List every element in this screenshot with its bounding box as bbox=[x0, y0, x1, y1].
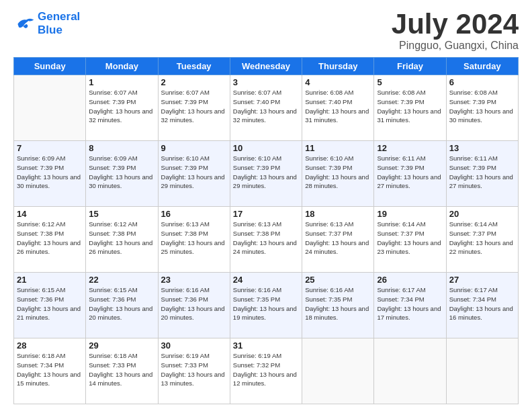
day-number: 11 bbox=[305, 143, 371, 153]
table-row bbox=[14, 75, 86, 141]
table-row: 31Sunrise: 6:19 AMSunset: 7:32 PMDayligh… bbox=[230, 338, 302, 404]
day-info: Sunrise: 6:13 AMSunset: 7:38 PMDaylight:… bbox=[161, 220, 227, 257]
table-row: 7Sunrise: 6:09 AMSunset: 7:39 PMDaylight… bbox=[14, 141, 86, 207]
day-number: 3 bbox=[233, 77, 299, 87]
table-row: 4Sunrise: 6:08 AMSunset: 7:40 PMDaylight… bbox=[302, 75, 374, 141]
table-row: 26Sunrise: 6:17 AMSunset: 7:34 PMDayligh… bbox=[374, 273, 446, 338]
day-info: Sunrise: 6:12 AMSunset: 7:38 PMDaylight:… bbox=[17, 220, 83, 257]
day-number: 1 bbox=[89, 77, 154, 87]
day-number: 19 bbox=[377, 209, 443, 219]
day-info: Sunrise: 6:15 AMSunset: 7:36 PMDaylight:… bbox=[89, 285, 154, 322]
table-row: 15Sunrise: 6:12 AMSunset: 7:38 PMDayligh… bbox=[86, 207, 158, 273]
day-number: 29 bbox=[89, 340, 154, 351]
day-info: Sunrise: 6:17 AMSunset: 7:34 PMDaylight:… bbox=[377, 285, 443, 322]
table-row: 28Sunrise: 6:18 AMSunset: 7:34 PMDayligh… bbox=[14, 338, 86, 404]
day-info: Sunrise: 6:07 AMSunset: 7:39 PMDaylight:… bbox=[161, 88, 227, 125]
day-number: 21 bbox=[17, 275, 83, 285]
day-number: 7 bbox=[17, 143, 83, 153]
day-number: 6 bbox=[449, 77, 515, 87]
day-number: 10 bbox=[233, 143, 299, 153]
page: General Blue July 2024 Pingguo, Guangxi,… bbox=[0, 0, 532, 411]
day-number: 30 bbox=[161, 340, 227, 351]
col-wednesday: Wednesday bbox=[230, 58, 302, 75]
table-row: 9Sunrise: 6:10 AMSunset: 7:39 PMDaylight… bbox=[158, 141, 230, 207]
table-row: 30Sunrise: 6:19 AMSunset: 7:33 PMDayligh… bbox=[158, 338, 230, 404]
day-number: 27 bbox=[449, 275, 515, 285]
day-info: Sunrise: 6:18 AMSunset: 7:33 PMDaylight:… bbox=[89, 351, 154, 388]
day-info: Sunrise: 6:12 AMSunset: 7:38 PMDaylight:… bbox=[89, 220, 154, 257]
day-info: Sunrise: 6:15 AMSunset: 7:36 PMDaylight:… bbox=[17, 285, 83, 322]
day-info: Sunrise: 6:13 AMSunset: 7:37 PMDaylight:… bbox=[305, 220, 371, 257]
day-info: Sunrise: 6:11 AMSunset: 7:39 PMDaylight:… bbox=[449, 154, 515, 191]
day-number: 24 bbox=[233, 275, 299, 285]
table-row: 20Sunrise: 6:14 AMSunset: 7:37 PMDayligh… bbox=[446, 207, 518, 273]
location: Pingguo, Guangxi, China bbox=[392, 40, 519, 52]
col-friday: Friday bbox=[374, 58, 446, 75]
table-row: 23Sunrise: 6:16 AMSunset: 7:36 PMDayligh… bbox=[158, 273, 230, 338]
col-monday: Monday bbox=[86, 58, 158, 75]
day-number: 25 bbox=[305, 275, 371, 285]
day-info: Sunrise: 6:08 AMSunset: 7:39 PMDaylight:… bbox=[449, 88, 515, 125]
table-row: 11Sunrise: 6:10 AMSunset: 7:39 PMDayligh… bbox=[302, 141, 374, 207]
day-number: 12 bbox=[377, 143, 443, 153]
table-row: 27Sunrise: 6:17 AMSunset: 7:34 PMDayligh… bbox=[446, 273, 518, 338]
day-number: 26 bbox=[377, 275, 443, 285]
table-row: 29Sunrise: 6:18 AMSunset: 7:33 PMDayligh… bbox=[86, 338, 158, 404]
calendar-week-row: 14Sunrise: 6:12 AMSunset: 7:38 PMDayligh… bbox=[14, 207, 519, 273]
day-info: Sunrise: 6:09 AMSunset: 7:39 PMDaylight:… bbox=[89, 154, 154, 191]
table-row: 12Sunrise: 6:11 AMSunset: 7:39 PMDayligh… bbox=[374, 141, 446, 207]
day-info: Sunrise: 6:18 AMSunset: 7:34 PMDaylight:… bbox=[17, 351, 83, 388]
day-number: 16 bbox=[161, 209, 227, 219]
header: General Blue July 2024 Pingguo, Guangxi,… bbox=[13, 10, 519, 52]
logo-icon bbox=[13, 14, 35, 33]
table-row: 21Sunrise: 6:15 AMSunset: 7:36 PMDayligh… bbox=[14, 273, 86, 338]
table-row: 24Sunrise: 6:16 AMSunset: 7:35 PMDayligh… bbox=[230, 273, 302, 338]
day-number: 13 bbox=[449, 143, 515, 153]
logo-line1: General bbox=[38, 10, 80, 24]
day-info: Sunrise: 6:11 AMSunset: 7:39 PMDaylight:… bbox=[377, 154, 443, 191]
day-number: 8 bbox=[89, 143, 154, 153]
day-number: 14 bbox=[17, 209, 83, 219]
day-info: Sunrise: 6:08 AMSunset: 7:40 PMDaylight:… bbox=[305, 88, 371, 125]
table-row: 22Sunrise: 6:15 AMSunset: 7:36 PMDayligh… bbox=[86, 273, 158, 338]
day-info: Sunrise: 6:10 AMSunset: 7:39 PMDaylight:… bbox=[305, 154, 371, 191]
day-number: 4 bbox=[305, 77, 371, 87]
day-number: 31 bbox=[233, 340, 299, 351]
day-number: 18 bbox=[305, 209, 371, 219]
month-title: July 2024 bbox=[392, 10, 519, 38]
calendar-header-row: Sunday Monday Tuesday Wednesday Thursday… bbox=[14, 58, 519, 75]
day-info: Sunrise: 6:10 AMSunset: 7:39 PMDaylight:… bbox=[233, 154, 299, 191]
calendar-week-row: 21Sunrise: 6:15 AMSunset: 7:36 PMDayligh… bbox=[14, 273, 519, 338]
day-info: Sunrise: 6:16 AMSunset: 7:35 PMDaylight:… bbox=[305, 285, 371, 322]
calendar-week-row: 1Sunrise: 6:07 AMSunset: 7:39 PMDaylight… bbox=[14, 75, 519, 141]
table-row: 3Sunrise: 6:07 AMSunset: 7:40 PMDaylight… bbox=[230, 75, 302, 141]
day-number: 15 bbox=[89, 209, 154, 219]
day-number: 5 bbox=[377, 77, 443, 87]
day-info: Sunrise: 6:17 AMSunset: 7:34 PMDaylight:… bbox=[449, 285, 515, 322]
col-saturday: Saturday bbox=[446, 58, 518, 75]
day-number: 20 bbox=[449, 209, 515, 219]
title-block: July 2024 Pingguo, Guangxi, China bbox=[392, 10, 519, 52]
table-row bbox=[374, 338, 446, 404]
table-row: 2Sunrise: 6:07 AMSunset: 7:39 PMDaylight… bbox=[158, 75, 230, 141]
day-number: 28 bbox=[17, 340, 83, 351]
calendar: Sunday Monday Tuesday Wednesday Thursday… bbox=[13, 57, 519, 404]
table-row: 13Sunrise: 6:11 AMSunset: 7:39 PMDayligh… bbox=[446, 141, 518, 207]
table-row bbox=[446, 338, 518, 404]
day-info: Sunrise: 6:09 AMSunset: 7:39 PMDaylight:… bbox=[17, 154, 83, 191]
day-info: Sunrise: 6:16 AMSunset: 7:35 PMDaylight:… bbox=[233, 285, 299, 322]
day-number: 17 bbox=[233, 209, 299, 219]
table-row: 10Sunrise: 6:10 AMSunset: 7:39 PMDayligh… bbox=[230, 141, 302, 207]
calendar-week-row: 7Sunrise: 6:09 AMSunset: 7:39 PMDaylight… bbox=[14, 141, 519, 207]
calendar-week-row: 28Sunrise: 6:18 AMSunset: 7:34 PMDayligh… bbox=[14, 338, 519, 404]
day-info: Sunrise: 6:07 AMSunset: 7:40 PMDaylight:… bbox=[233, 88, 299, 125]
day-number: 9 bbox=[161, 143, 227, 153]
day-info: Sunrise: 6:10 AMSunset: 7:39 PMDaylight:… bbox=[161, 154, 227, 191]
day-info: Sunrise: 6:19 AMSunset: 7:32 PMDaylight:… bbox=[233, 351, 299, 388]
table-row: 1Sunrise: 6:07 AMSunset: 7:39 PMDaylight… bbox=[86, 75, 158, 141]
day-info: Sunrise: 6:14 AMSunset: 7:37 PMDaylight:… bbox=[377, 220, 443, 257]
day-number: 2 bbox=[161, 77, 227, 87]
day-info: Sunrise: 6:13 AMSunset: 7:38 PMDaylight:… bbox=[233, 220, 299, 257]
logo-line2: Blue bbox=[38, 24, 80, 37]
day-info: Sunrise: 6:16 AMSunset: 7:36 PMDaylight:… bbox=[161, 285, 227, 322]
